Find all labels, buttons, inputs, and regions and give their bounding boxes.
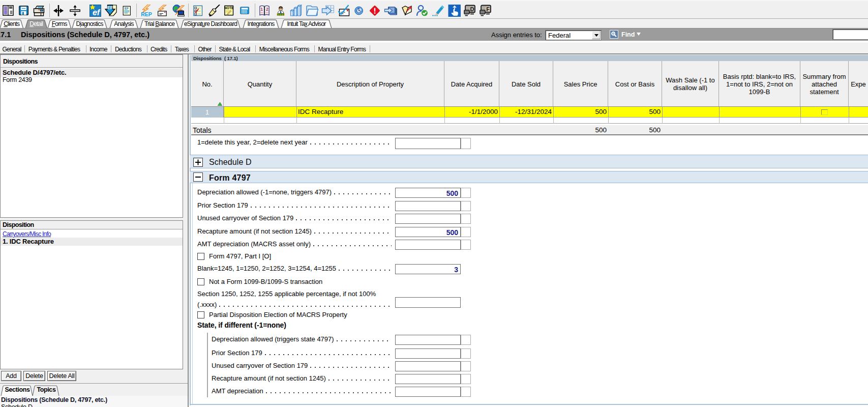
svg-text:EF: EF: [107, 5, 113, 10]
svg-text:REP: REP: [141, 11, 152, 17]
svg-text:1: 1: [260, 7, 263, 12]
svg-text:EF: EF: [125, 7, 129, 10]
svg-text:2: 2: [266, 7, 268, 12]
svg-text:ef: ef: [93, 8, 101, 17]
svg-text:NOTE: NOTE: [224, 6, 234, 10]
svg-text:D: D: [470, 6, 474, 12]
svg-text:F: F: [486, 6, 490, 12]
